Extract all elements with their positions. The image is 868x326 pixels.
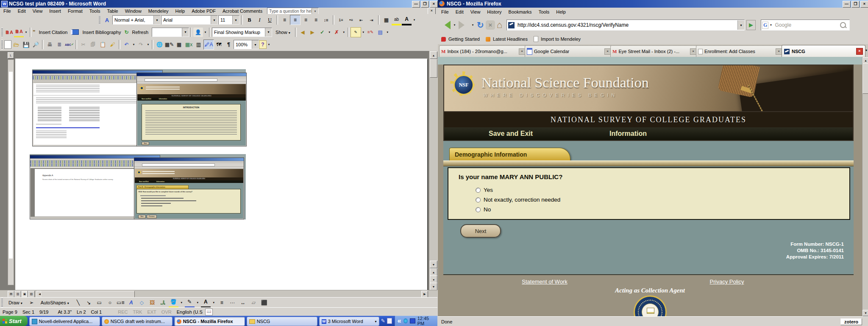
tab-close-icon[interactable]: ×	[604, 48, 611, 55]
address-dropdown-icon[interactable]: ▾	[737, 20, 744, 30]
bookmark-getting-started[interactable]: Getting Started	[448, 37, 480, 42]
insert-comment-button[interactable]: ✎	[351, 27, 361, 37]
option-label[interactable]: Not exactly, correction needed	[484, 197, 560, 203]
select-objects-button[interactable]: ➢	[27, 298, 36, 307]
page-scroll-thumb[interactable]	[862, 63, 868, 94]
bold-button[interactable]: B	[245, 15, 254, 25]
word-menu-edit[interactable]: Edit	[14, 8, 29, 14]
cut-button[interactable]: ✂	[78, 40, 88, 49]
fill-dropdown-icon[interactable]: ▾	[179, 298, 184, 307]
status-trk[interactable]: TRK	[130, 309, 145, 315]
option-label[interactable]: Yes	[484, 187, 493, 193]
open-button[interactable]: 🗁	[11, 40, 21, 49]
accept-dropdown-icon[interactable]: ▾	[327, 28, 332, 37]
numbered-list-button[interactable]: 1≡	[336, 15, 346, 25]
normal-view-button[interactable]: ▤	[8, 291, 14, 298]
firefox-titlebar[interactable]: NSCG - Mozilla Firefox — ❐ ×	[438, 0, 868, 8]
status-rec[interactable]: REC	[115, 309, 130, 315]
refresh-button[interactable]: Refresh	[129, 29, 152, 35]
outline-view-button[interactable]: ▧	[28, 291, 35, 298]
align-right-button[interactable]: ≡	[301, 15, 311, 25]
taskbar-item-nscg-folder[interactable]: NSCG	[247, 317, 317, 326]
hscroll-thumb[interactable]	[41, 291, 135, 298]
page-scroll-down[interactable]: ▼	[862, 310, 868, 316]
tab-stop-selector[interactable]: L	[8, 52, 14, 59]
undo-button[interactable]: ↶	[122, 40, 131, 49]
document-page[interactable]: NATIONAL SURVEY OF COLLEGE GRADUATES Sav…	[15, 59, 427, 290]
tab-close-icon[interactable]: ×	[776, 48, 782, 55]
print-layout-view-button[interactable]: ▣	[21, 291, 28, 298]
word-menu-format[interactable]: Format	[64, 8, 86, 14]
firefox-minimize-button[interactable]: —	[843, 1, 851, 8]
line-style-button[interactable]: ≡	[217, 298, 227, 307]
address-bar[interactable]: http://idc4.ssd.census.gov:4321/nscg/Ver…	[506, 20, 745, 31]
undo-dropdown-icon[interactable]: ▾	[131, 40, 136, 49]
search-engine-dropdown-icon[interactable]: ▾	[768, 21, 773, 29]
status-ext[interactable]: EXT	[145, 309, 159, 315]
help-dropdown-icon[interactable]: ▾	[267, 40, 271, 49]
option-label[interactable]: No	[484, 206, 491, 213]
accept-change-button[interactable]: ✓	[317, 28, 327, 37]
bulleted-list-button[interactable]: •≡	[346, 15, 356, 25]
shadow-style-button[interactable]: ▱	[249, 298, 259, 307]
scroll-down-button[interactable]: ▼	[430, 261, 437, 268]
permission-button[interactable]: 🔎	[31, 40, 41, 49]
back-icon[interactable]	[440, 21, 451, 29]
drawing-button[interactable]: 🖉A	[203, 39, 214, 50]
ff-menu-bookmarks[interactable]: Bookmarks	[505, 9, 535, 15]
back-dropdown-icon[interactable]: ▾	[452, 20, 457, 30]
nav-save-and-exit[interactable]: Save and Exit	[489, 130, 533, 138]
reviewer-icon[interactable]: 👤	[193, 28, 203, 37]
display-icon[interactable]	[410, 318, 415, 323]
forward-dropdown-icon[interactable]: ▾	[470, 20, 475, 30]
new-document-button[interactable]	[4, 40, 11, 49]
statement-of-work-link[interactable]: Statement of Work	[506, 278, 583, 285]
ff-menu-file[interactable]: File	[438, 9, 452, 15]
list-all-tabs-icon[interactable]: ▾	[865, 48, 867, 52]
tab-google-calendar[interactable]: Google Calendar ×	[525, 45, 613, 57]
font-color-button[interactable]: A	[402, 14, 412, 25]
line-button[interactable]: ╲	[73, 298, 83, 307]
word-menu-window[interactable]: Window	[122, 8, 145, 14]
word-document-close-button[interactable]: ×	[428, 8, 436, 14]
nav-information[interactable]: Information	[609, 130, 647, 138]
font-size-combo[interactable]: 11▾	[218, 15, 239, 25]
radio-yes[interactable]	[476, 188, 481, 193]
text-box-button[interactable]: ▭≡	[116, 298, 125, 307]
tab-close-icon[interactable]: ×	[856, 48, 863, 55]
show-hide-pilcrow-button[interactable]: ¶	[224, 40, 234, 49]
search-magnifier-icon[interactable]	[840, 22, 846, 28]
network-icon[interactable]	[403, 318, 408, 323]
convert-to-pdf-icon[interactable]: 🗎A	[4, 28, 14, 37]
redo-dropdown-icon[interactable]: ▾	[146, 40, 150, 49]
insert-excel-button[interactable]: ▦x	[184, 40, 194, 49]
decrease-indent-button[interactable]: ⇤	[356, 15, 366, 25]
line-color-dropdown-icon[interactable]: ▾	[195, 298, 200, 307]
underline-button[interactable]: U	[265, 15, 275, 25]
next-change-button[interactable]: ▶	[308, 28, 317, 37]
copy-button[interactable]: 🗐	[88, 40, 98, 49]
justify-button[interactable]: ≡	[311, 15, 321, 25]
option-row-not-exactly[interactable]: Not exactly, correction needed	[476, 197, 560, 203]
font-combo[interactable]: Arial▾	[161, 15, 218, 25]
fill-color-button[interactable]: 🪣	[169, 297, 178, 308]
forward-icon[interactable]	[459, 21, 469, 29]
home-icon[interactable]: ⌂	[497, 20, 502, 31]
insert-citation-button[interactable]: Insert Citation	[36, 29, 71, 35]
toolbar-grip[interactable]	[99, 15, 100, 25]
page-scrollbar[interactable]: ▲ ▼	[862, 57, 868, 316]
reject-dropdown-icon[interactable]: ▾	[342, 28, 346, 37]
columns-button[interactable]: ▥	[194, 40, 203, 49]
taskbar-item-firefox[interactable]: NSCG - Mozilla Firefox	[174, 317, 245, 326]
style-combo[interactable]: Normal + Arial,▾	[112, 15, 161, 25]
word-menu-help[interactable]: Help	[172, 8, 189, 14]
radio-no[interactable]	[476, 207, 481, 212]
highlight-button[interactable]: ab	[392, 14, 401, 25]
ff-menu-tools[interactable]: Tools	[535, 9, 553, 15]
italic-button[interactable]: I	[255, 15, 264, 25]
paste-button[interactable]: 📋	[98, 40, 108, 49]
format-painter-button[interactable]: 🖌	[108, 40, 117, 49]
oval-button[interactable]: ○	[105, 298, 115, 307]
reload-icon[interactable]: ↻	[477, 20, 484, 30]
option-row-yes[interactable]: Yes	[476, 187, 493, 193]
